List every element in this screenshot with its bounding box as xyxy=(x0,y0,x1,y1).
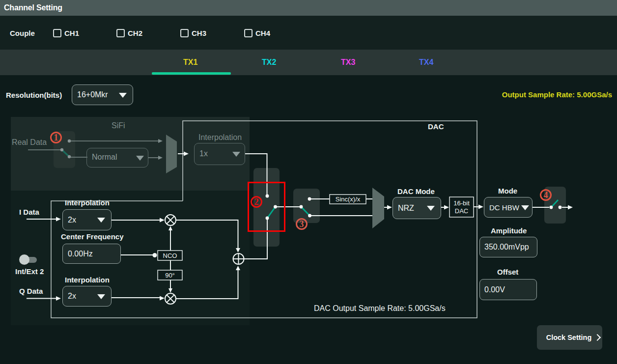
svg-text:16-bit: 16-bit xyxy=(453,199,470,207)
svg-text:DAC: DAC xyxy=(455,207,468,215)
svg-text:NCO: NCO xyxy=(163,252,177,259)
svg-text:Sinc(x)/x: Sinc(x)/x xyxy=(336,196,361,203)
svg-text:90°: 90° xyxy=(165,272,175,279)
